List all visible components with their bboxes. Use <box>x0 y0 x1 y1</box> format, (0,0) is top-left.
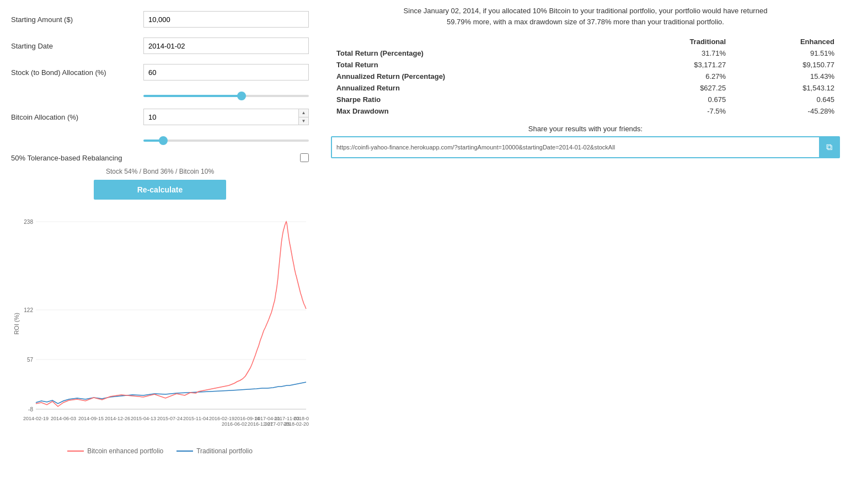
y-axis-label: ROI (%) <box>13 313 20 335</box>
stats-row-4: Sharpe Ratio 0.675 0.645 <box>331 94 840 105</box>
stock-bond-label: Stock (to Bond) Allocation (%) <box>11 68 143 77</box>
x-label-14: 2018-02-20 <box>283 421 309 427</box>
stats-cell-label-3: Annualized Return <box>331 82 618 94</box>
stock-bond-slider-container <box>143 90 309 99</box>
x-label-4: 2015-04-13 <box>131 416 156 421</box>
stats-row-1: Total Return $3,171.27 $9,150.77 <box>331 59 840 71</box>
x-label-5: 2015-07-24 <box>157 416 183 421</box>
stats-cell-label-1: Total Return <box>331 59 618 71</box>
starting-date-input[interactable] <box>143 37 309 54</box>
stats-cell-label-2: Annualized Return (Percentage) <box>331 71 618 82</box>
starting-date-row: Starting Date <box>11 37 309 54</box>
x-label-8: 2016-06-02 <box>222 421 247 427</box>
y-label-57: 57 <box>27 357 34 363</box>
rebalancing-row: 50% Tolerance-based Rebalancing <box>11 153 309 162</box>
x-label-7: 2016-02-19 <box>209 416 234 421</box>
stats-cell-enhanced-5: -45.28% <box>731 105 840 117</box>
stats-cell-label-0: Total Return (Percentage) <box>331 47 618 59</box>
starting-date-label: Starting Date <box>11 42 143 50</box>
allocation-summary: Stock 54% / Bond 36% / Bitcoin 10% <box>11 168 309 175</box>
stats-row-3: Annualized Return $627.25 $1,543.12 <box>331 82 840 94</box>
rebalancing-label: 50% Tolerance-based Rebalancing <box>11 154 300 162</box>
x-label-2: 2014-09-15 <box>78 416 104 421</box>
enhanced-line <box>36 222 306 406</box>
bitcoin-alloc-input[interactable] <box>143 109 309 125</box>
traditional-line <box>36 382 306 404</box>
x-label-15: 2018-07-13 <box>293 416 309 421</box>
bitcoin-slider-row <box>11 135 309 143</box>
x-label-6: 2015-11-04 <box>183 416 208 421</box>
traditional-legend-line <box>176 451 193 452</box>
legend-traditional: Traditional portfolio <box>176 447 253 455</box>
stats-cell-traditional-4: 0.675 <box>618 94 732 105</box>
copy-button[interactable]: ⧉ <box>819 137 839 157</box>
stats-row-0: Total Return (Percentage) 31.71% 91.51% <box>331 47 840 59</box>
stats-cell-label-5: Max Drawdown <box>331 105 618 117</box>
stats-cell-enhanced-0: 91.51% <box>731 47 840 59</box>
stats-col-enhanced: Enhanced <box>731 36 840 47</box>
copy-icon: ⧉ <box>826 142 832 152</box>
stats-cell-traditional-5: -7.5% <box>618 105 732 117</box>
left-panel: Starting Amount ($) Starting Date Stock … <box>0 0 320 504</box>
stats-cell-enhanced-3: $1,543.12 <box>731 82 840 94</box>
y-label-122: 122 <box>24 307 33 313</box>
stats-cell-traditional-2: 6.27% <box>618 71 732 82</box>
right-panel: Since January 02, 2014, if you allocated… <box>320 0 851 504</box>
x-label-1: 2014-06-03 <box>51 416 76 421</box>
stock-bond-slider-row <box>11 90 309 99</box>
stats-header-row: Traditional Enhanced <box>331 36 840 47</box>
stats-cell-traditional-1: $3,171.27 <box>618 59 732 71</box>
bitcoin-alloc-label: Bitcoin Allocation (%) <box>11 113 143 121</box>
bitcoin-slider-container <box>143 135 309 143</box>
stock-bond-slider[interactable] <box>143 95 309 97</box>
rebalancing-checkbox[interactable] <box>300 153 309 162</box>
stats-cell-enhanced-4: 0.645 <box>731 94 840 105</box>
summary-text: Since January 02, 2014, if you allocated… <box>398 6 773 27</box>
x-label-0: 2014-02-19 <box>23 416 49 421</box>
stats-cell-enhanced-1: $9,150.77 <box>731 59 840 71</box>
starting-amount-row: Starting Amount ($) <box>11 11 309 28</box>
starting-amount-input[interactable] <box>143 11 309 28</box>
enhanced-legend-label: Bitcoin enhanced portfolio <box>87 447 163 455</box>
recalculate-button[interactable]: Re-calculate <box>94 180 226 200</box>
share-url: https://coinfi-yahoo-finance.herokuapp.c… <box>332 141 819 154</box>
stats-table: Traditional Enhanced Total Return (Perce… <box>331 36 840 117</box>
bitcoin-spinner-down[interactable]: ▼ <box>298 117 308 125</box>
bitcoin-slider[interactable] <box>143 140 309 142</box>
x-label-3: 2014-12-26 <box>105 416 130 421</box>
stats-row-2: Annualized Return (Percentage) 6.27% 15.… <box>331 71 840 82</box>
y-label-neg8: -8 <box>28 406 33 412</box>
roi-chart: ROI (%) 238 122 57 -8 <box>11 205 309 442</box>
bitcoin-spinner: ▲ ▼ <box>298 109 308 125</box>
stats-cell-traditional-3: $627.25 <box>618 82 732 94</box>
stats-row-5: Max Drawdown -7.5% -45.28% <box>331 105 840 117</box>
stats-cell-enhanced-2: 15.43% <box>731 71 840 82</box>
starting-amount-label: Starting Amount ($) <box>11 15 143 24</box>
traditional-legend-label: Traditional portfolio <box>196 447 253 455</box>
stats-body: Total Return (Percentage) 31.71% 91.51% … <box>331 47 840 117</box>
enhanced-legend-line <box>67 451 84 452</box>
bitcoin-alloc-row: Bitcoin Allocation (%) ▲ ▼ <box>11 109 309 125</box>
stats-cell-traditional-0: 31.71% <box>618 47 732 59</box>
stats-cell-label-4: Sharpe Ratio <box>331 94 618 105</box>
share-label: Share your results with your friends: <box>331 125 840 133</box>
stock-bond-input[interactable] <box>143 64 309 81</box>
stats-col-metric <box>331 36 618 47</box>
bitcoin-input-wrapper: ▲ ▼ <box>143 109 309 125</box>
chart-area: ROI (%) 238 122 57 -8 <box>11 205 309 442</box>
share-row: https://coinfi-yahoo-finance.herokuapp.c… <box>331 136 840 158</box>
bitcoin-spinner-up[interactable]: ▲ <box>298 109 308 117</box>
legend-enhanced: Bitcoin enhanced portfolio <box>67 447 163 455</box>
stock-bond-row: Stock (to Bond) Allocation (%) <box>11 64 309 81</box>
y-label-238: 238 <box>24 219 33 225</box>
chart-legend: Bitcoin enhanced portfolio Traditional p… <box>11 447 309 455</box>
stats-col-traditional: Traditional <box>618 36 732 47</box>
